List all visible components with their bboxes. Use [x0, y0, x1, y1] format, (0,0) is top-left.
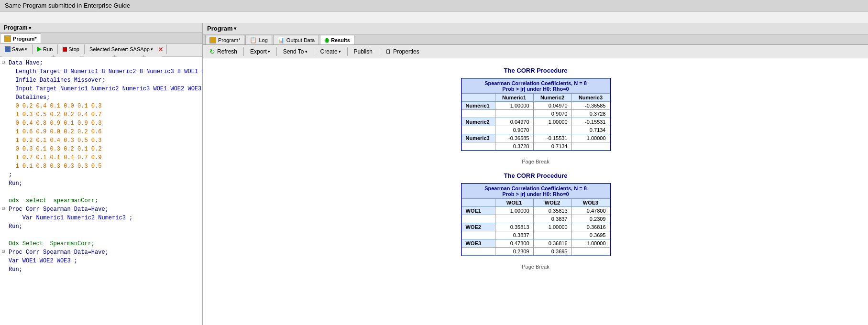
selected-server-label: Selected Server: SASApp [89, 46, 150, 52]
collapse-10 [2, 136, 9, 143]
tab-program-right-label: Program* [218, 37, 240, 43]
collapse-23[interactable]: ⊟ [2, 248, 9, 255]
right-panel-label: Program [207, 25, 232, 32]
table-row: WOE1 1.00000 0.35813 0.47800 [461, 207, 610, 215]
code-line-22: Ods Select SpearmanCorr; [2, 239, 200, 248]
collapse-5 [2, 93, 9, 100]
corr-header-line2-2: Prob > |r| under H0: Rho=0 [467, 191, 605, 197]
tab-output-label: Output Data [286, 37, 315, 43]
create-button-right[interactable]: Create ▾ [317, 47, 344, 56]
tab-program-right[interactable]: Program* [205, 35, 244, 44]
code-line-1: ⊟ Data Have; [2, 59, 200, 67]
code-line-14: ; [2, 171, 200, 179]
collapse-14 [2, 171, 9, 178]
code-line-15: Run; [2, 179, 200, 188]
code-text-8: 0 0.4 0.8 0.9 0.1 0.9 0.3 [9, 119, 200, 128]
row-label: Numeric3 [461, 134, 495, 142]
row-label-empty [461, 142, 495, 151]
table-row: 0.9070 0.3728 [461, 110, 610, 118]
code-line-7: 1 0.3 0.5 0.2 0.2 0.4 0.7 [2, 110, 200, 119]
table-row: 0.3837 0.2309 [461, 215, 610, 223]
table-row: Numeric2 0.04970 1.00000 -0.15531 [461, 118, 610, 126]
sep-star: ✕ [158, 45, 164, 53]
collapse-4 [2, 85, 9, 92]
save-button[interactable]: Save ▾ [2, 45, 30, 53]
code-line-19: Var Numeric1 Numeric2 Numeric3 ; [2, 214, 200, 222]
publish-button[interactable]: Publish [351, 47, 376, 56]
export-label-right: Export [250, 48, 267, 55]
properties-button[interactable]: 🗒 Properties [382, 47, 423, 56]
corr-table-2: Spearman Correlation Coefficients, N = 8… [461, 183, 611, 256]
corr-header-2: Spearman Correlation Coefficients, N = 8… [461, 184, 610, 199]
refresh-label: Refresh [217, 48, 237, 55]
cell: 0.47800 [571, 207, 610, 215]
collapse-17 [2, 196, 9, 204]
code-line-9: 1 0.6 0.9 0.0 0.2 0.2 0.6 [2, 128, 200, 136]
left-panel: Program ▾ Program* Save ▾ Run [0, 23, 203, 325]
sep3 [84, 44, 85, 54]
tab-log[interactable]: 📋 Log [245, 35, 272, 44]
export-button-right[interactable]: Export ▾ [247, 47, 274, 56]
right-panel-title: Program ▾ [203, 23, 868, 34]
tab-results[interactable]: ◉ Results [320, 35, 354, 44]
selected-server-button[interactable]: Selected Server: SASApp ▾ [87, 45, 156, 53]
code-text-18: Proc Corr Spearman Data=Have; [9, 205, 200, 214]
send-to-label-right: Send To [283, 48, 304, 55]
collapse-18[interactable]: ⊟ [2, 205, 9, 212]
run-icon [37, 47, 42, 52]
collapse-22 [2, 239, 9, 247]
sep2 [57, 44, 58, 54]
right-toolbar: ↻ Refresh Export ▾ Send To ▾ Create ▾ Pu… [203, 45, 868, 58]
run-label: Run [43, 46, 53, 52]
left-panel-title: Program ▾ [0, 23, 202, 33]
cell: 1.00000 [533, 223, 571, 231]
cell: 0.2309 [495, 248, 533, 256]
code-editor[interactable]: ⊟ Data Have; Length Target 8 Numeric1 8 … [0, 57, 202, 325]
cell: 0.9070 [495, 126, 533, 134]
collapse-1[interactable]: ⊟ [2, 59, 9, 66]
cell: 1.00000 [495, 102, 533, 110]
save-arrow: ▾ [25, 47, 27, 52]
code-text-25: Run; [9, 265, 200, 274]
right-panel: Program ▾ Program* 📋 Log 📊 Output Data ◉… [203, 23, 868, 325]
code-line-16 [2, 188, 200, 196]
code-text-19: Var Numeric1 Numeric2 Numeric3 ; [9, 214, 200, 222]
cell: 0.3728 [495, 142, 533, 151]
cell: 1.00000 [495, 207, 533, 215]
col-header-n1: Numeric1 [495, 94, 533, 102]
refresh-button[interactable]: ↻ Refresh [206, 47, 241, 56]
header-title: Same Program submitted in Enterprise Gui… [5, 2, 130, 9]
cell: 0.3837 [495, 231, 533, 239]
properties-icon: 🗒 [385, 48, 391, 55]
table-row: WOE3 0.47800 0.36816 1.00000 [461, 239, 610, 248]
right-tabs-bar: Program* 📋 Log 📊 Output Data ◉ Results [203, 34, 868, 45]
send-to-button-right[interactable]: Send To ▾ [280, 47, 311, 56]
cell: -0.36585 [495, 134, 533, 142]
stop-button[interactable]: Stop [60, 45, 82, 53]
properties-label: Properties [393, 48, 419, 55]
stop-label: Stop [68, 46, 79, 52]
code-text-2: Length Target 8 Numeric1 8 Numeric2 8 Nu… [9, 67, 202, 76]
tab-program[interactable]: Program* [0, 33, 41, 43]
code-text-7: 1 0.3 0.5 0.2 0.2 0.4 0.7 [9, 110, 200, 119]
sep1 [32, 44, 33, 54]
cell: -0.15531 [533, 134, 571, 142]
run-button[interactable]: Run [34, 45, 55, 53]
code-text-9: 1 0.6 0.9 0.0 0.2 0.2 0.6 [9, 128, 200, 136]
code-line-5: Datalines; [2, 93, 200, 102]
code-line-2: Length Target 8 Numeric1 8 Numeric2 8 Nu… [2, 67, 200, 76]
corr-header-line1-1: Spearman Correlation Coefficients, N = 8 [467, 80, 605, 86]
code-line-17: ods select spearmanCorr; [2, 196, 200, 205]
cell: 0.36816 [571, 223, 610, 231]
cell [495, 215, 533, 223]
code-line-11: 0 0.3 0.1 0.3 0.2 0.1 0.2 [2, 145, 200, 153]
code-line-4: Input Target Numeric1 Numeric2 Numeric3 … [2, 85, 200, 93]
code-text-4: Input Target Numeric1 Numeric2 Numeric3 … [9, 85, 202, 93]
col-header-woe3: WOE3 [571, 199, 610, 207]
code-line-3: Infile Datalines Missover; [2, 76, 200, 85]
proc-title-1: The CORR Procedure [504, 67, 568, 74]
tab-output-data[interactable]: 📊 Output Data [273, 35, 319, 44]
collapse-11 [2, 145, 9, 152]
corr-header-line2-1: Prob > |r| under H0: Rho=0 [467, 86, 605, 92]
code-text-22: Ods Select SpearmanCorr; [9, 239, 200, 248]
